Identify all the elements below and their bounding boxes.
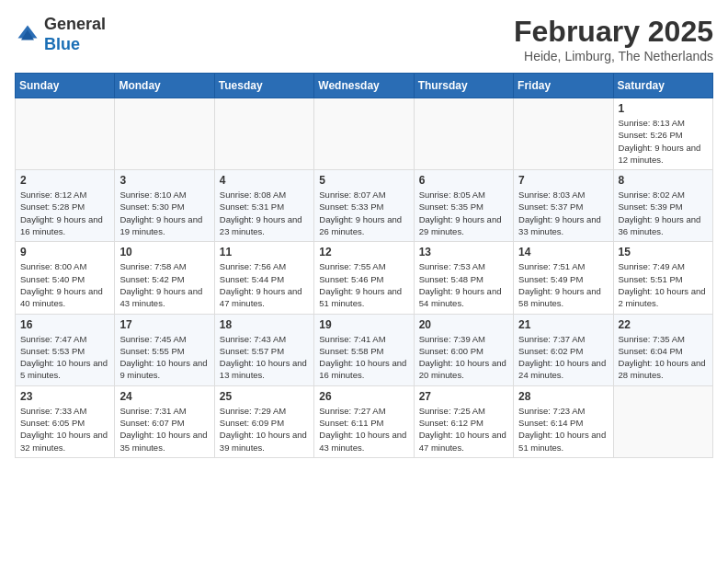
day-number: 12 — [319, 246, 408, 259]
calendar-day-cell: 16Sunrise: 7:47 AM Sunset: 5:53 PM Dayli… — [16, 314, 115, 385]
title-block: February 2025 Heide, Limburg, The Nether… — [514, 15, 713, 63]
calendar-day-cell: 17Sunrise: 7:45 AM Sunset: 5:55 PM Dayli… — [115, 314, 214, 385]
calendar-table: SundayMondayTuesdayWednesdayThursdayFrid… — [15, 73, 713, 458]
calendar-day-cell: 23Sunrise: 7:33 AM Sunset: 6:05 PM Dayli… — [16, 385, 115, 457]
day-info: Sunrise: 7:43 AM Sunset: 5:57 PM Dayligh… — [220, 333, 309, 382]
day-info: Sunrise: 8:08 AM Sunset: 5:31 PM Dayligh… — [220, 189, 309, 237]
calendar-day-cell — [16, 98, 115, 170]
day-number: 18 — [220, 318, 309, 331]
day-info: Sunrise: 7:23 AM Sunset: 6:14 PM Dayligh… — [518, 405, 608, 454]
day-number: 15 — [619, 246, 708, 259]
day-number: 21 — [518, 318, 608, 331]
day-number: 6 — [419, 174, 508, 187]
calendar-day-cell — [414, 98, 513, 170]
day-number: 17 — [119, 318, 209, 331]
calendar-day-cell: 28Sunrise: 7:23 AM Sunset: 6:14 PM Dayli… — [514, 385, 613, 457]
calendar-week-row: 9Sunrise: 8:00 AM Sunset: 5:40 PM Daylig… — [16, 242, 713, 314]
calendar-day-cell: 24Sunrise: 7:31 AM Sunset: 6:07 PM Dayli… — [115, 385, 214, 457]
calendar-week-row: 1Sunrise: 8:13 AM Sunset: 5:26 PM Daylig… — [16, 98, 713, 170]
day-number: 14 — [518, 246, 608, 259]
weekday-header: Monday — [115, 74, 214, 98]
calendar-day-cell: 12Sunrise: 7:55 AM Sunset: 5:46 PM Dayli… — [314, 242, 414, 314]
weekday-header: Tuesday — [214, 74, 313, 98]
logo-icon — [15, 22, 40, 48]
day-number: 1 — [619, 102, 708, 115]
day-info: Sunrise: 7:58 AM Sunset: 5:42 PM Dayligh… — [119, 260, 209, 309]
calendar-day-cell: 9Sunrise: 8:00 AM Sunset: 5:40 PM Daylig… — [16, 242, 115, 314]
day-info: Sunrise: 7:25 AM Sunset: 6:12 PM Dayligh… — [419, 405, 508, 454]
calendar-day-cell: 3Sunrise: 8:10 AM Sunset: 5:30 PM Daylig… — [115, 170, 214, 242]
day-number: 4 — [220, 174, 309, 187]
calendar-day-cell: 8Sunrise: 8:02 AM Sunset: 5:39 PM Daylig… — [613, 170, 712, 242]
day-info: Sunrise: 7:39 AM Sunset: 6:00 PM Dayligh… — [419, 333, 508, 382]
logo-text: General Blue — [44, 15, 106, 54]
calendar-day-cell: 13Sunrise: 7:53 AM Sunset: 5:48 PM Dayli… — [414, 242, 513, 314]
logo: General Blue — [15, 15, 106, 54]
day-info: Sunrise: 7:31 AM Sunset: 6:07 PM Dayligh… — [119, 405, 209, 454]
day-info: Sunrise: 7:35 AM Sunset: 6:04 PM Dayligh… — [619, 333, 708, 382]
day-info: Sunrise: 7:51 AM Sunset: 5:49 PM Dayligh… — [518, 260, 608, 309]
calendar-header-row: SundayMondayTuesdayWednesdayThursdayFrid… — [16, 74, 713, 98]
weekday-header: Friday — [514, 74, 613, 98]
day-info: Sunrise: 8:10 AM Sunset: 5:30 PM Dayligh… — [119, 189, 209, 237]
logo-general: General — [44, 15, 106, 33]
calendar-day-cell: 6Sunrise: 8:05 AM Sunset: 5:35 PM Daylig… — [414, 170, 513, 242]
day-info: Sunrise: 7:47 AM Sunset: 5:53 PM Dayligh… — [20, 333, 109, 382]
calendar-day-cell — [314, 98, 414, 170]
calendar-day-cell: 21Sunrise: 7:37 AM Sunset: 6:02 PM Dayli… — [514, 314, 613, 385]
calendar-day-cell: 1Sunrise: 8:13 AM Sunset: 5:26 PM Daylig… — [613, 98, 712, 170]
calendar-day-cell: 22Sunrise: 7:35 AM Sunset: 6:04 PM Dayli… — [613, 314, 712, 385]
day-number: 5 — [319, 174, 408, 187]
calendar-day-cell: 27Sunrise: 7:25 AM Sunset: 6:12 PM Dayli… — [414, 385, 513, 457]
day-number: 19 — [319, 318, 408, 331]
calendar-day-cell: 7Sunrise: 8:03 AM Sunset: 5:37 PM Daylig… — [514, 170, 613, 242]
day-info: Sunrise: 7:56 AM Sunset: 5:44 PM Dayligh… — [220, 260, 309, 309]
day-number: 8 — [619, 174, 708, 187]
calendar-day-cell: 18Sunrise: 7:43 AM Sunset: 5:57 PM Dayli… — [214, 314, 313, 385]
day-number: 10 — [119, 246, 209, 259]
day-number: 27 — [419, 390, 508, 403]
day-number: 11 — [220, 246, 309, 259]
month-title: February 2025 — [514, 15, 713, 49]
day-number: 24 — [119, 390, 209, 403]
weekday-header: Sunday — [16, 74, 115, 98]
day-number: 2 — [20, 174, 109, 187]
day-number: 28 — [518, 390, 608, 403]
calendar-day-cell: 2Sunrise: 8:12 AM Sunset: 5:28 PM Daylig… — [16, 170, 115, 242]
weekday-header: Wednesday — [314, 74, 414, 98]
calendar-day-cell: 20Sunrise: 7:39 AM Sunset: 6:00 PM Dayli… — [414, 314, 513, 385]
calendar-day-cell — [214, 98, 313, 170]
calendar-week-row: 23Sunrise: 7:33 AM Sunset: 6:05 PM Dayli… — [16, 385, 713, 457]
calendar-week-row: 16Sunrise: 7:47 AM Sunset: 5:53 PM Dayli… — [16, 314, 713, 385]
day-info: Sunrise: 8:02 AM Sunset: 5:39 PM Dayligh… — [619, 189, 708, 237]
day-number: 3 — [119, 174, 209, 187]
calendar-day-cell — [514, 98, 613, 170]
day-number: 20 — [419, 318, 508, 331]
day-number: 23 — [20, 390, 109, 403]
day-info: Sunrise: 7:27 AM Sunset: 6:11 PM Dayligh… — [319, 405, 408, 454]
day-info: Sunrise: 7:41 AM Sunset: 5:58 PM Dayligh… — [319, 333, 408, 382]
calendar-day-cell: 25Sunrise: 7:29 AM Sunset: 6:09 PM Dayli… — [214, 385, 313, 457]
calendar-day-cell: 11Sunrise: 7:56 AM Sunset: 5:44 PM Dayli… — [214, 242, 313, 314]
calendar-day-cell: 26Sunrise: 7:27 AM Sunset: 6:11 PM Dayli… — [314, 385, 414, 457]
day-info: Sunrise: 7:49 AM Sunset: 5:51 PM Dayligh… — [619, 260, 708, 309]
day-number: 22 — [619, 318, 708, 331]
calendar-day-cell: 14Sunrise: 7:51 AM Sunset: 5:49 PM Dayli… — [514, 242, 613, 314]
day-number: 16 — [20, 318, 109, 331]
weekday-header: Thursday — [414, 74, 513, 98]
day-info: Sunrise: 7:29 AM Sunset: 6:09 PM Dayligh… — [220, 405, 309, 454]
page-header: General Blue February 2025 Heide, Limbur… — [15, 15, 713, 63]
day-number: 9 — [20, 246, 109, 259]
day-info: Sunrise: 8:13 AM Sunset: 5:26 PM Dayligh… — [619, 117, 708, 166]
calendar-week-row: 2Sunrise: 8:12 AM Sunset: 5:28 PM Daylig… — [16, 170, 713, 242]
calendar-day-cell: 10Sunrise: 7:58 AM Sunset: 5:42 PM Dayli… — [115, 242, 214, 314]
day-info: Sunrise: 7:53 AM Sunset: 5:48 PM Dayligh… — [419, 260, 508, 309]
day-info: Sunrise: 7:33 AM Sunset: 6:05 PM Dayligh… — [20, 405, 109, 454]
weekday-header: Saturday — [613, 74, 712, 98]
day-number: 25 — [220, 390, 309, 403]
day-info: Sunrise: 7:55 AM Sunset: 5:46 PM Dayligh… — [319, 260, 408, 309]
day-info: Sunrise: 8:03 AM Sunset: 5:37 PM Dayligh… — [518, 189, 608, 237]
day-number: 26 — [319, 390, 408, 403]
calendar-day-cell: 5Sunrise: 8:07 AM Sunset: 5:33 PM Daylig… — [314, 170, 414, 242]
location: Heide, Limburg, The Netherlands — [514, 49, 713, 63]
